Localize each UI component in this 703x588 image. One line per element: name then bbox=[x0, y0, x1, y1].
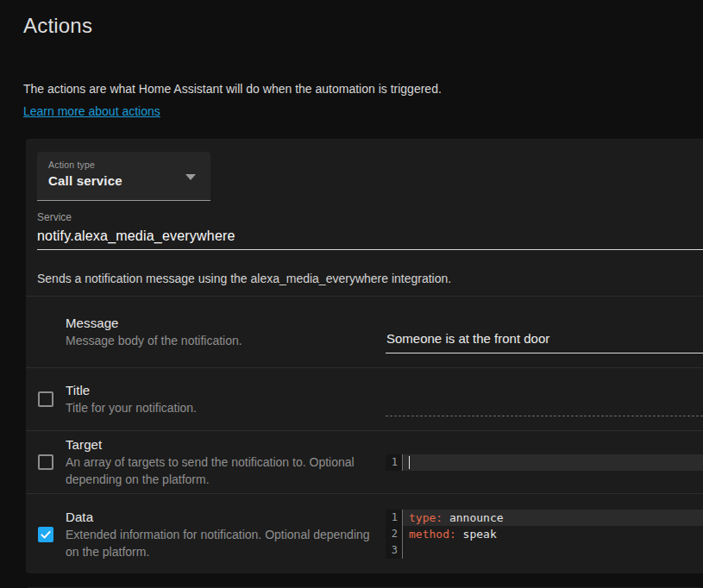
action-card: Action type Call service Service notify.… bbox=[26, 139, 703, 573]
service-label: Service bbox=[37, 211, 703, 223]
data-checkbox[interactable] bbox=[38, 527, 53, 542]
target-checkbox[interactable] bbox=[38, 454, 53, 470]
yaml-key: type: bbox=[409, 510, 443, 526]
learn-more-link[interactable]: Learn more about actions bbox=[23, 103, 160, 119]
line-number: 2 bbox=[386, 526, 403, 542]
data-yaml-editor[interactable]: 1 type: announce 2 method: speak 3 bbox=[386, 510, 703, 559]
data-field-description: Extended information for notification. O… bbox=[66, 526, 372, 560]
checkmark-icon bbox=[40, 529, 52, 541]
chevron-down-icon bbox=[185, 174, 196, 180]
page-title: Actions bbox=[23, 13, 703, 39]
line-number: 1 bbox=[386, 510, 403, 526]
yaml-value: announce bbox=[443, 510, 503, 526]
message-input[interactable] bbox=[386, 331, 703, 353]
target-field-name: Target bbox=[66, 436, 372, 454]
line-number: 1 bbox=[386, 454, 403, 471]
action-type-label: Action type bbox=[48, 160, 210, 170]
title-field-name: Title bbox=[66, 382, 372, 399]
field-row-message: Message Message body of the notification… bbox=[26, 296, 703, 367]
service-value: notify.alexa_media_everywhere bbox=[37, 227, 703, 246]
title-field-description: Title for your notification. bbox=[66, 399, 372, 416]
action-type-select[interactable]: Action type Call service bbox=[37, 152, 210, 201]
text-caret bbox=[409, 456, 410, 469]
service-description: Sends a notification message using the a… bbox=[26, 250, 703, 296]
yaml-value: speak bbox=[456, 526, 497, 542]
title-checkbox[interactable] bbox=[38, 391, 53, 407]
target-yaml-editor[interactable]: 1 bbox=[386, 454, 703, 471]
line-number: 3 bbox=[386, 542, 403, 559]
data-field-name: Data bbox=[66, 509, 372, 526]
actions-description: The actions are what Home Assistant will… bbox=[23, 81, 703, 97]
target-field-description: An array of targets to send the notifica… bbox=[66, 454, 372, 488]
title-disabled-input bbox=[386, 416, 703, 416]
message-field-name: Message bbox=[66, 315, 372, 332]
message-field-description: Message body of the notification. bbox=[66, 332, 372, 349]
field-row-target: Target An array of targets to send the n… bbox=[26, 430, 703, 493]
field-row-data: Data Extended information for notificati… bbox=[26, 493, 703, 574]
yaml-key: method: bbox=[409, 526, 456, 542]
service-field[interactable]: Service notify.alexa_media_everywhere bbox=[37, 201, 703, 250]
field-row-title: Title Title for your notification. bbox=[26, 367, 703, 430]
